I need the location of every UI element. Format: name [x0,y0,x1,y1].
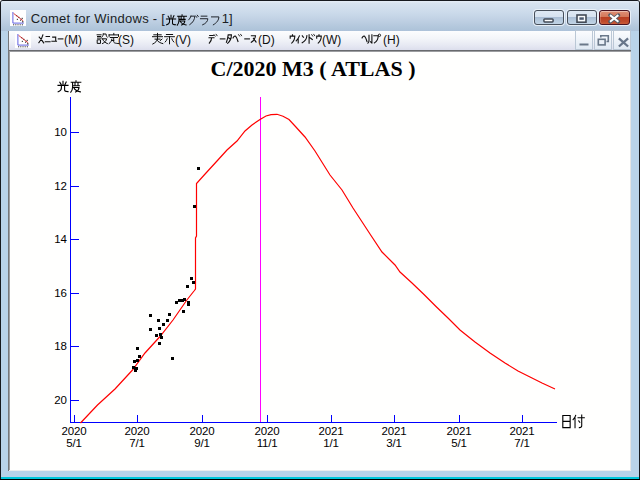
svg-text:2021: 2021 [382,425,407,437]
svg-text:2020: 2020 [125,425,150,437]
svg-text:11/1: 11/1 [257,437,278,449]
svg-text:2021: 2021 [447,425,472,437]
svg-text:2020: 2020 [62,425,87,437]
svg-text:12: 12 [54,180,67,192]
svg-text:5/1: 5/1 [66,437,81,449]
svg-text:9/1: 9/1 [194,437,209,449]
svg-text:5/1: 5/1 [451,437,466,449]
svg-text:3/1: 3/1 [386,437,401,449]
svg-text:2021: 2021 [510,425,535,437]
svg-text:1/1: 1/1 [323,437,338,449]
svg-text:2020: 2020 [255,425,280,437]
svg-text:20: 20 [54,394,67,406]
svg-text:14: 14 [54,233,67,245]
svg-text:18: 18 [54,340,67,352]
svg-text:10: 10 [54,126,67,138]
svg-text:16: 16 [54,287,67,299]
svg-text:2021: 2021 [319,425,344,437]
svg-text:C/2020 M3 ( ATLAS ): C/2020 M3 ( ATLAS ) [211,56,416,81]
svg-text:2020: 2020 [190,425,215,437]
svg-text:7/1: 7/1 [129,437,144,449]
svg-text:7/1: 7/1 [514,437,529,449]
